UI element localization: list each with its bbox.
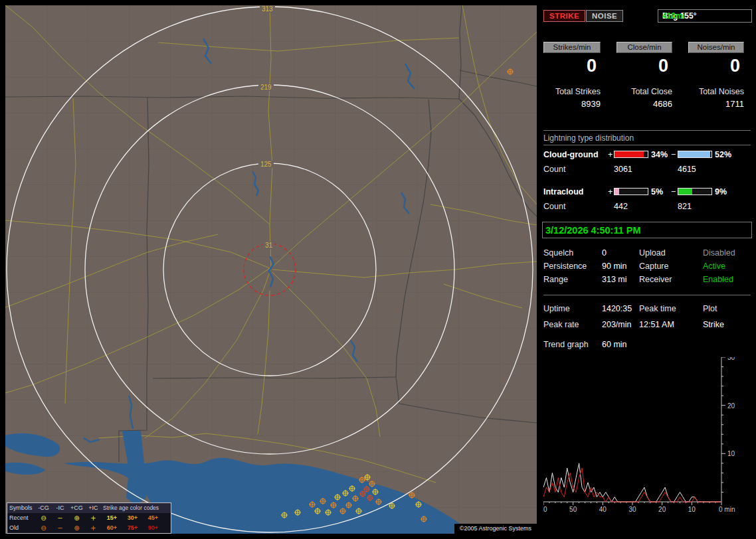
cg-minus-count: 4615 <box>678 165 696 174</box>
close-per-min-value: 0 <box>616 56 672 76</box>
cg-minus-pct: 52% <box>715 150 731 159</box>
ic-count-label: Count <box>543 202 565 211</box>
age-45: 45+ <box>143 513 163 523</box>
cg-plus-count: 3061 <box>614 165 632 174</box>
neg-cg-old-icon: ⊖ <box>35 523 52 533</box>
noise-toggle-button[interactable]: NOISE <box>586 10 623 22</box>
squelch-value: 0 <box>602 248 607 258</box>
age-60: 60+ <box>102 523 122 533</box>
total-close-value: 4686 <box>616 99 672 109</box>
strike-toggle-button[interactable]: STRIKE <box>543 10 585 22</box>
age-75: 75+ <box>122 523 143 533</box>
divider <box>543 295 751 295</box>
range-label: Range <box>543 275 568 284</box>
svg-text:20: 20 <box>727 402 735 410</box>
total-noises-label: Total Noises <box>688 87 744 96</box>
ring-label-219: 219 <box>258 84 274 91</box>
noises-per-min-button[interactable]: Noises/min <box>688 42 744 53</box>
minus-sign: − <box>671 150 676 159</box>
legend-recent-label: Recent <box>7 513 35 523</box>
svg-text:30: 30 <box>628 506 636 513</box>
svg-text:10: 10 <box>688 506 696 513</box>
cloud-ground-label: Cloud-ground <box>543 150 599 159</box>
ic-minus-bar <box>678 188 712 195</box>
minus-sign: − <box>671 187 676 196</box>
squelch-label: Squelch <box>543 248 573 258</box>
persistence-label: Persistence <box>543 262 587 271</box>
legend-recent-row: Recent ⊖ − ⊕ + 15+ 30+ 45+ <box>7 513 171 523</box>
cg-count-label: Count <box>543 165 565 174</box>
divider <box>543 130 751 131</box>
neg-cg-recent-icon: ⊖ <box>35 513 52 523</box>
map-legend: Symbols -CG -IC +CG +IC Strike age color… <box>7 502 171 534</box>
trend-graph: 1020306050403020100 min <box>543 357 752 523</box>
pos-cg-old-icon: ⊕ <box>68 523 85 533</box>
ic-minus-bar-fill <box>678 189 692 194</box>
ic-minus-pct: 9% <box>715 187 727 196</box>
plus-sign: + <box>608 187 613 196</box>
ring-label-125: 125 <box>258 161 274 168</box>
peak-time-value: 12:51 AM <box>639 320 674 329</box>
svg-text:20: 20 <box>658 506 666 513</box>
trend-window-value: 60 min <box>602 340 627 349</box>
upload-status: Disabled <box>703 248 735 258</box>
age-90: 90+ <box>143 523 163 533</box>
legend-old-label: Old <box>7 523 35 533</box>
legend-col-pos-ic: +IC <box>85 503 102 513</box>
range-value: 410mi <box>662 11 685 21</box>
svg-text:0 min: 0 min <box>719 506 735 513</box>
legend-col-pos-cg: +CG <box>68 503 85 513</box>
pos-cg-recent-icon: ⊕ <box>68 513 85 523</box>
ic-minus-count: 821 <box>678 202 692 211</box>
cg-plus-bar <box>614 151 648 158</box>
strikes-per-min-value: 0 <box>543 56 601 76</box>
bearing-range-readout: Bng 155° 410mi <box>658 9 752 23</box>
trend-plot: 1020306050403020100 min <box>543 357 752 516</box>
ic-plus-count: 442 <box>614 202 628 211</box>
svg-text:60: 60 <box>543 506 547 513</box>
datetime-box: 3/12/2026 4:50:11 PM <box>542 222 752 238</box>
total-noises-value: 1711 <box>688 99 744 109</box>
plot-value: Strike <box>703 320 724 329</box>
neg-ic-old-icon: − <box>52 523 68 533</box>
legend-symbols-title: Symbols <box>7 503 35 513</box>
divider <box>543 145 751 145</box>
cg-plus-pct: 34% <box>651 150 668 159</box>
svg-text:40: 40 <box>599 506 607 513</box>
trend-graph-label: Trend graph <box>543 340 589 349</box>
strikes-per-min-button[interactable]: Strikes/min <box>543 42 601 53</box>
copyright-notice: ©2005 Astrogenic Systems <box>454 524 537 534</box>
peak-rate-value: 203/min <box>602 320 631 329</box>
ic-plus-bar-fill <box>614 189 619 194</box>
plot-label: Plot <box>703 304 717 313</box>
upload-label: Upload <box>639 248 666 258</box>
intracloud-label: Intracloud <box>543 187 583 196</box>
cg-minus-bar <box>678 151 712 158</box>
plus-sign: + <box>608 150 613 159</box>
legend-col-neg-ic: -IC <box>52 503 68 513</box>
capture-label: Capture <box>639 262 668 271</box>
age-15: 15+ <box>102 513 122 523</box>
svg-text:10: 10 <box>727 450 735 457</box>
uptime-label: Uptime <box>543 304 570 313</box>
receiver-status: Enabled <box>703 275 733 284</box>
distribution-title: Lightning type distribution <box>543 133 634 143</box>
neg-ic-recent-icon: − <box>52 513 68 523</box>
lightning-map[interactable]: 313 219 125 31 Symbols -CG -IC +CG +IC S… <box>5 5 537 534</box>
ic-plus-bar <box>614 188 648 195</box>
legend-old-row: Old ⊖ − ⊕ + 60+ 75+ 90+ <box>7 523 171 533</box>
ic-plus-pct: 5% <box>651 187 663 196</box>
legend-header-row: Symbols -CG -IC +CG +IC Strike age color… <box>7 503 171 513</box>
svg-text:50: 50 <box>569 506 577 513</box>
cg-plus-bar-fill <box>614 151 644 157</box>
total-close-label: Total Close <box>616 87 672 96</box>
peak-rate-label: Peak rate <box>543 320 579 329</box>
persistence-value: 90 min <box>602 262 627 271</box>
legend-age-title: Strike age color codes <box>102 503 171 513</box>
cg-minus-bar-fill <box>678 151 710 157</box>
legend-col-neg-cg: -CG <box>35 503 52 513</box>
ring-label-313: 313 <box>260 5 275 13</box>
range-value-setting: 313 mi <box>602 275 627 284</box>
pos-ic-old-icon: + <box>85 523 102 533</box>
close-per-min-button[interactable]: Close/min <box>616 42 672 53</box>
